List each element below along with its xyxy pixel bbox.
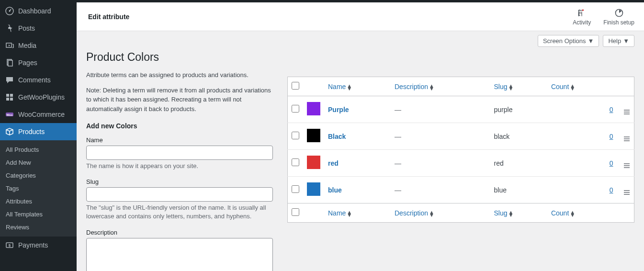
term-description: — bbox=[395, 106, 401, 113]
sidebar-item-comments[interactable]: Comments bbox=[0, 71, 77, 89]
finish-setup-button[interactable]: Finish setup bbox=[603, 8, 634, 26]
svg-rect-4 bbox=[8, 60, 12, 66]
pages-icon bbox=[5, 58, 14, 68]
submenu-item-tags[interactable]: Tags bbox=[0, 182, 77, 195]
help-button[interactable]: Help ▼ bbox=[603, 35, 634, 47]
drag-handle-icon[interactable] bbox=[624, 110, 630, 114]
description-input[interactable] bbox=[86, 238, 273, 271]
submenu-item-all-products[interactable]: All Products bbox=[0, 143, 77, 156]
main-content: Edit attribute Activity Finish setup Scr… bbox=[77, 2, 644, 271]
comments-icon bbox=[5, 75, 14, 85]
plugin-icon bbox=[5, 92, 14, 102]
svg-rect-5 bbox=[6, 94, 9, 97]
sidebar-item-media[interactable]: Media bbox=[0, 37, 77, 54]
color-swatch bbox=[307, 156, 320, 169]
screen-options-button[interactable]: Screen Options ▼ bbox=[538, 35, 599, 47]
table-row: blue—blue0 bbox=[288, 177, 634, 203]
sidebar-item-label: Pages bbox=[18, 59, 37, 67]
submenu-item-reviews[interactable]: Reviews bbox=[0, 221, 77, 234]
sidebar-item-pages[interactable]: Pages bbox=[0, 54, 77, 71]
svg-text:Woo: Woo bbox=[7, 113, 13, 116]
svg-text:$: $ bbox=[9, 243, 11, 248]
form-heading: Add new Colors bbox=[86, 122, 273, 130]
sidebar-item-payments[interactable]: $Payments bbox=[0, 237, 77, 254]
term-description: — bbox=[395, 133, 401, 140]
sort-icon: ▲▼ bbox=[429, 84, 434, 90]
color-swatch bbox=[307, 129, 320, 142]
pin-icon bbox=[5, 23, 14, 33]
submenu-item-categories[interactable]: Categories bbox=[0, 169, 77, 182]
sidebar-item-label: Media bbox=[18, 42, 36, 49]
svg-rect-6 bbox=[10, 94, 13, 97]
term-description: — bbox=[395, 159, 401, 167]
row-checkbox[interactable] bbox=[292, 105, 299, 113]
name-label: Name bbox=[86, 136, 273, 144]
sidebar-item-woocommerce[interactable]: WooWooCommerce bbox=[0, 106, 77, 123]
finish-setup-label: Finish setup bbox=[603, 19, 634, 26]
col-name[interactable]: Name▲▼ bbox=[324, 77, 391, 96]
svg-point-13 bbox=[582, 9, 584, 11]
term-name-link[interactable]: red bbox=[328, 159, 339, 167]
sidebar-item-getwooplugins[interactable]: GetWooPlugins bbox=[0, 89, 77, 106]
activity-icon bbox=[576, 8, 587, 18]
term-slug: black bbox=[490, 123, 547, 150]
term-name-link[interactable]: Black bbox=[328, 133, 346, 140]
row-checkbox[interactable] bbox=[292, 185, 299, 193]
row-checkbox[interactable] bbox=[292, 158, 299, 166]
activity-label: Activity bbox=[573, 19, 591, 26]
select-all-checkbox[interactable] bbox=[292, 82, 299, 90]
submenu-item-add-new[interactable]: Add New bbox=[0, 156, 77, 169]
admin-sidebar: DashboardPostsMediaPagesCommentsGetWooPl… bbox=[0, 2, 77, 271]
drag-handle-icon[interactable] bbox=[624, 163, 630, 168]
sidebar-item-posts[interactable]: Posts bbox=[0, 20, 77, 37]
sidebar-submenu: All ProductsAdd NewCategoriesTagsAttribu… bbox=[0, 140, 77, 237]
sort-icon: ▲▼ bbox=[570, 211, 575, 216]
name-input[interactable] bbox=[86, 146, 273, 160]
term-description: — bbox=[395, 186, 401, 194]
col-slug-footer[interactable]: Slug▲▼ bbox=[490, 203, 547, 223]
sidebar-item-dashboard[interactable]: Dashboard bbox=[0, 2, 77, 20]
slug-input[interactable] bbox=[86, 187, 273, 202]
color-swatch bbox=[307, 182, 320, 196]
col-count-footer[interactable]: Count▲▼ bbox=[547, 203, 620, 223]
term-count-link[interactable]: 0 bbox=[610, 106, 613, 113]
activity-button[interactable]: Activity bbox=[573, 8, 591, 26]
drag-handle-icon[interactable] bbox=[624, 190, 630, 195]
sidebar-item-products[interactable]: Products bbox=[0, 123, 77, 140]
table-row: red—red0 bbox=[288, 150, 634, 177]
page-header-title: Edit attribute bbox=[86, 13, 129, 21]
col-description-footer[interactable]: Description▲▼ bbox=[391, 203, 490, 223]
drag-handle-icon[interactable] bbox=[624, 136, 630, 141]
color-swatch bbox=[307, 102, 320, 115]
name-help: The name is how it appears on your site. bbox=[86, 162, 273, 170]
note-text: Note: Deleting a term will remove it fro… bbox=[86, 86, 273, 114]
sort-icon: ▲▼ bbox=[508, 84, 514, 90]
submenu-item-all-templates[interactable]: All Templates bbox=[0, 208, 77, 221]
svg-point-1 bbox=[9, 11, 11, 12]
sort-icon: ▲▼ bbox=[347, 211, 352, 216]
woo-icon: Woo bbox=[5, 110, 14, 119]
term-count-link[interactable]: 0 bbox=[610, 186, 613, 194]
term-count-link[interactable]: 0 bbox=[610, 159, 613, 167]
term-name-link[interactable]: blue bbox=[328, 186, 342, 194]
svg-rect-7 bbox=[6, 98, 9, 101]
term-count-link[interactable]: 0 bbox=[610, 133, 613, 140]
col-count[interactable]: Count▲▼ bbox=[547, 77, 620, 96]
sidebar-item-label: Comments bbox=[18, 76, 51, 84]
col-slug[interactable]: Slug▲▼ bbox=[490, 77, 547, 96]
select-all-checkbox-footer[interactable] bbox=[292, 208, 299, 216]
chevron-down-icon: ▼ bbox=[623, 37, 629, 45]
sort-icon: ▲▼ bbox=[570, 84, 575, 90]
col-description[interactable]: Description▲▼ bbox=[391, 77, 490, 96]
sort-icon: ▲▼ bbox=[429, 211, 434, 216]
term-slug: red bbox=[490, 150, 547, 177]
row-checkbox[interactable] bbox=[292, 132, 299, 139]
dashboard-icon bbox=[5, 6, 14, 16]
term-name-link[interactable]: Purple bbox=[328, 106, 349, 113]
terms-table: Name▲▼ Description▲▼ Slug▲▼ Count▲▼ Purp… bbox=[287, 77, 634, 223]
sidebar-item-label: WooCommerce bbox=[18, 111, 65, 118]
submenu-item-attributes[interactable]: Attributes bbox=[0, 195, 77, 208]
col-name-footer[interactable]: Name▲▼ bbox=[324, 203, 391, 223]
sidebar-item-label: GetWooPlugins bbox=[18, 93, 65, 101]
sort-icon: ▲▼ bbox=[347, 84, 352, 90]
